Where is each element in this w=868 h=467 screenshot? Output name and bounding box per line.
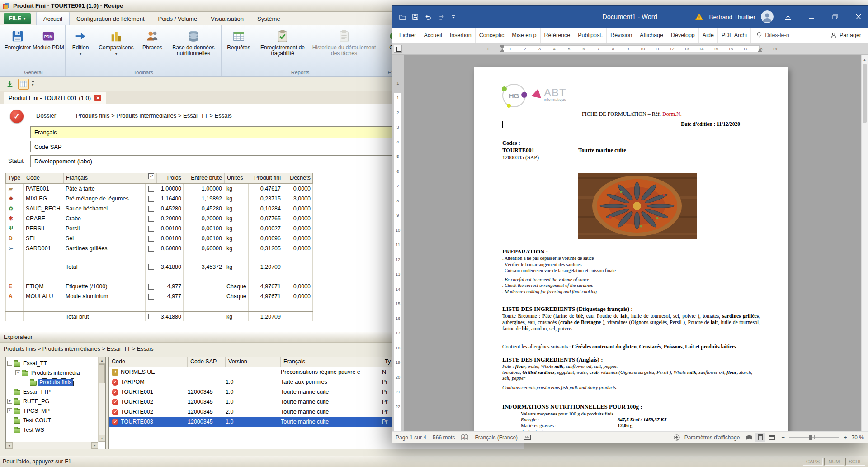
column-header-unites[interactable]: Unités <box>225 173 249 183</box>
proofing-icon[interactable] <box>461 434 468 440</box>
quick-access-dropdown-icon[interactable] <box>451 14 456 19</box>
column-header-francais[interactable]: Français <box>64 173 146 183</box>
undo-icon[interactable] <box>425 14 432 20</box>
row-checkbox[interactable] <box>148 246 154 252</box>
ribbon-tab[interactable]: Poids / Volume <box>151 12 204 25</box>
enregistrer-button[interactable]: Enregistrer <box>3 26 33 69</box>
ribbon-tab[interactable]: Système <box>250 12 287 25</box>
zoom-level[interactable]: 70 % <box>852 434 864 441</box>
accessibility-icon[interactable] <box>674 434 680 441</box>
tree-expander-icon[interactable]: + <box>7 408 12 413</box>
redo-icon[interactable] <box>438 14 445 20</box>
minimize-button[interactable] <box>802 6 821 28</box>
column-header-code[interactable]: Code <box>24 173 64 183</box>
word-ribbon-tab[interactable]: Publipost. <box>574 28 607 43</box>
edition-button[interactable]: Edition ▾ <box>66 26 94 69</box>
scroll-down-icon[interactable]: ▼ <box>99 435 105 442</box>
word-ribbon-tab[interactable]: Insertion <box>446 28 476 43</box>
tree-expander-icon[interactable]: - <box>15 370 20 375</box>
column-header-poids[interactable]: Poids <box>157 173 184 183</box>
document-tab[interactable]: Produit Fini - TOURTE001 (1.0) ✕ <box>4 92 106 104</box>
tree-item[interactable]: Test WS <box>7 425 97 434</box>
column-header-produit-fini[interactable]: Produit fini <box>249 173 283 183</box>
phrases-button[interactable]: Phrases <box>138 26 167 69</box>
tree-expander-icon[interactable]: - <box>7 361 12 366</box>
tab-selector-icon[interactable] <box>394 45 402 53</box>
select-all-checkbox[interactable]: ✓ <box>148 173 154 179</box>
ingredient-row[interactable]: ❖ MIXLEG Pré-mélange de légumes 1,16400 … <box>5 194 313 204</box>
tree-item[interactable]: - Produits intermédia <box>7 368 97 377</box>
ingredient-row[interactable]: D SEL Sel 0,00100 0,00100 kg 0,00096 0,0… <box>5 234 313 243</box>
word-ribbon-tab[interactable]: PDF Archi <box>718 28 751 43</box>
historique-taches-button[interactable]: Historique du déroulement des tâches <box>310 26 378 69</box>
row-checkbox[interactable] <box>148 284 154 290</box>
language-indicator[interactable]: Français (France) <box>475 434 518 441</box>
list-header-code-sap[interactable]: Code SAP <box>188 357 226 367</box>
import-button[interactable] <box>5 79 15 90</box>
comparaisons-button[interactable]: Comparaisons ▾ <box>94 26 138 69</box>
close-button[interactable] <box>849 6 868 28</box>
ingredient-row[interactable]: ▰ PATE001 Pâte à tarte 1,00000 1,00000 k… <box>5 184 313 194</box>
touch-mode-icon[interactable] <box>399 14 406 20</box>
row-checkbox[interactable] <box>148 206 154 212</box>
zoom-in-button[interactable]: + <box>844 434 847 441</box>
ribbon-tab[interactable]: Configuration de l'élément <box>70 12 151 25</box>
ingredient-row[interactable]: Ψ PERSIL Persil 0,00100 0,00100 kg 0,000… <box>5 224 313 234</box>
scroll-left-icon[interactable]: ◄ <box>6 442 13 449</box>
tree-item[interactable]: Essai_TTP <box>7 387 97 396</box>
save-icon[interactable] <box>412 14 419 20</box>
column-header-entree-brute[interactable]: Entrée brute <box>184 173 225 183</box>
maximize-button[interactable] <box>826 6 844 28</box>
column-header-type[interactable]: Type <box>6 173 24 183</box>
list-header-francais[interactable]: Français <box>281 357 382 367</box>
word-count[interactable]: 566 mots <box>433 434 455 441</box>
scroll-right-icon[interactable]: ► <box>91 442 98 449</box>
avatar[interactable] <box>761 10 774 23</box>
base-donnees-nutritionnelles-button[interactable]: Base de données nutritionnelles <box>167 26 220 69</box>
file-menu-button[interactable]: FILE ▾ <box>4 13 31 24</box>
ingredient-row[interactable]: ✿ SAUC_BECH Sauce béchamel 0,45280 0,452… <box>5 204 313 214</box>
word-ribbon-tab[interactable]: Aide <box>699 28 718 43</box>
row-checkbox[interactable] <box>148 216 154 222</box>
module-pdm-button[interactable]: PDM Module PDM <box>33 26 64 69</box>
row-checkbox[interactable] <box>148 294 154 300</box>
word-ribbon-tab[interactable]: Référence <box>541 28 575 43</box>
ribbon-tab[interactable]: Visualisation <box>204 12 250 25</box>
macro-record-icon[interactable] <box>524 435 531 440</box>
word-ribbon-tab[interactable]: Développ <box>667 28 699 43</box>
document-page[interactable]: HG ABT informatique FICHE DE FORMULATION… <box>474 67 788 431</box>
scrollbar-thumb[interactable] <box>863 64 867 123</box>
row-checkbox[interactable] <box>148 264 154 270</box>
warning-icon[interactable] <box>695 13 703 20</box>
page-indicator[interactable]: Page 1 sur 4 <box>396 434 426 441</box>
packaging-row[interactable]: E ETIQM Etiquette (/1000) 4,977 Chaque 4… <box>5 281 313 291</box>
row-checkbox[interactable] <box>148 186 154 192</box>
ingredient-row[interactable]: ✱ CRABE Crabe 0,20000 0,20000 kg 0,07765… <box>5 214 313 224</box>
word-ribbon-tab[interactable]: Révision <box>607 28 636 43</box>
tree-item[interactable]: + TPCS_MP <box>7 406 97 415</box>
row-checkbox[interactable] <box>148 196 154 202</box>
tree-vertical-scrollbar[interactable]: ▲ ▼ <box>98 357 105 442</box>
scroll-up-icon[interactable]: ▲ <box>862 56 868 63</box>
scroll-up-icon[interactable]: ▲ <box>99 357 105 364</box>
column-header-dechets[interactable]: Déchets <box>283 173 313 183</box>
close-tab-icon[interactable]: ✕ <box>94 95 101 101</box>
word-ribbon-tab[interactable]: Mise en p <box>508 28 540 43</box>
grid-view-button[interactable] <box>18 79 29 90</box>
enregistrement-tracabilite-button[interactable]: Enregistrement de traçabilité <box>255 26 310 69</box>
ribbon-tab[interactable]: Accueil <box>36 12 70 25</box>
zoom-out-button[interactable]: − <box>781 434 785 441</box>
requetes-button[interactable]: Requêtes <box>222 26 255 69</box>
row-checkbox[interactable] <box>148 314 154 319</box>
zoom-slider-thumb[interactable] <box>809 435 812 440</box>
word-ribbon-tab[interactable]: Conceptic <box>476 28 509 43</box>
tree-horizontal-scrollbar[interactable]: ◄ ► <box>6 442 98 449</box>
word-ribbon-tab[interactable]: Fichier <box>396 28 420 43</box>
read-mode-button[interactable] <box>744 433 754 442</box>
tree-item[interactable]: - Essai_TT <box>7 358 97 368</box>
ribbon-display-options-icon[interactable] <box>779 6 797 28</box>
row-checkbox[interactable] <box>148 236 154 242</box>
print-layout-button[interactable] <box>755 433 765 442</box>
tree-item[interactable]: Test COUT <box>7 415 97 425</box>
zoom-slider[interactable] <box>789 437 839 438</box>
